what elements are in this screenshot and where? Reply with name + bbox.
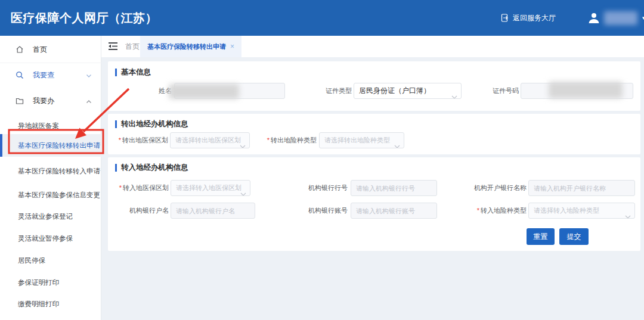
sidebar-subitem-flexible-pause[interactable]: 灵活就业暂停参保 bbox=[0, 232, 101, 244]
tab-home[interactable]: 首页 bbox=[125, 36, 140, 57]
account-no-input[interactable] bbox=[351, 203, 437, 219]
sidebar-subitem-flexible-register[interactable]: 灵活就业参保登记 bbox=[0, 210, 101, 222]
user-name-redacted bbox=[604, 11, 637, 25]
select-chevron-icon bbox=[240, 139, 246, 148]
in-type-select[interactable]: 请选择转入地险种类型 bbox=[528, 203, 635, 219]
avatar-icon bbox=[587, 11, 600, 24]
sidebar-subitem-transfer-in[interactable]: 基本医疗保险转移转入申请 bbox=[0, 165, 101, 177]
app-header: 医疗保障个人网厅（江苏） 返回服务大厅 ▾ bbox=[0, 0, 644, 36]
chevron-down-icon bbox=[86, 70, 92, 80]
sidebar-subitem-resident-stop[interactable]: 居民停保 bbox=[0, 254, 101, 266]
sidebar-subitem-payment-print[interactable]: 缴费明细打印 bbox=[0, 298, 101, 310]
return-hall-button[interactable]: 返回服务大厅 bbox=[501, 0, 556, 36]
select-chevron-icon bbox=[240, 187, 246, 196]
tab-transfer-out[interactable]: 基本医疗保险转移转出申请 × bbox=[140, 36, 242, 57]
in-region-select[interactable]: 请选择转入地医保区划 bbox=[171, 180, 250, 196]
section-accent-bar bbox=[115, 120, 117, 128]
sidebar-subitem-transfer-out[interactable]: 基本医疗保险转移转出申请 bbox=[0, 139, 101, 151]
sidebar-item-home[interactable]: 首页 bbox=[0, 43, 101, 56]
select-chevron-icon bbox=[625, 209, 631, 219]
chevron-up-icon bbox=[86, 95, 92, 106]
out-region-select[interactable]: 请选择转出地医保区划 bbox=[170, 132, 250, 148]
sidebar-divider bbox=[0, 63, 101, 63]
sidebar-item-label: 我要办 bbox=[33, 96, 54, 106]
close-icon[interactable]: × bbox=[230, 42, 234, 51]
section-title-in: 转入地经办机构信息 bbox=[115, 163, 188, 173]
in-region-label: *转入地医保区划 bbox=[101, 180, 169, 196]
app-title: 医疗保障个人网厅（江苏） bbox=[11, 0, 157, 36]
user-menu[interactable]: ▾ bbox=[587, 0, 644, 36]
out-region-label: *转出地医保区划 bbox=[101, 132, 168, 148]
account-name-label: 机构银行户名 bbox=[101, 203, 169, 219]
cert-no-redacted bbox=[549, 82, 623, 98]
sidebar-item-apply[interactable]: 我要办 bbox=[0, 94, 101, 107]
sidebar-item-query[interactable]: 我要查 bbox=[0, 69, 101, 82]
tab-label: 基本医疗保险转移转出申请 bbox=[147, 42, 226, 51]
out-type-select[interactable]: 请选择转出地险种类型 bbox=[319, 132, 404, 148]
section-accent-bar bbox=[115, 164, 117, 172]
bank-no-label: 机构银行行号 bbox=[286, 180, 348, 196]
tab-bar: 首页 基本医疗保险转移转出申请 × bbox=[101, 36, 644, 57]
return-document-icon bbox=[501, 14, 509, 22]
bank-name-input[interactable] bbox=[528, 180, 635, 196]
section-title-out: 转出地经办机构信息 bbox=[115, 119, 188, 129]
account-no-label: 机构银行账号 bbox=[286, 203, 348, 219]
folder-icon bbox=[16, 97, 24, 105]
home-icon bbox=[16, 45, 24, 54]
section-accent-bar bbox=[115, 69, 117, 76]
out-type-label: *转出地险种类型 bbox=[250, 132, 317, 148]
cert-type-select[interactable]: 居民身份证（户口簿） bbox=[354, 83, 462, 99]
collapse-menu-icon[interactable] bbox=[108, 42, 118, 53]
in-type-label: *转入地险种类型 bbox=[453, 203, 527, 219]
sidebar-subitem-remote-filing[interactable]: 异地就医备案 bbox=[0, 120, 101, 132]
search-icon bbox=[16, 71, 24, 80]
account-name-input[interactable] bbox=[171, 203, 255, 219]
bank-no-input[interactable] bbox=[351, 180, 437, 196]
cert-type-label: 证件类型 bbox=[292, 83, 352, 99]
section-title-basic: 基本信息 bbox=[115, 67, 151, 77]
bank-name-label: 机构开户银行名称 bbox=[453, 180, 527, 196]
name-redacted bbox=[169, 84, 239, 99]
reset-button[interactable]: 重置 bbox=[527, 228, 555, 245]
select-chevron-icon bbox=[451, 89, 457, 99]
return-hall-label: 返回服务大厅 bbox=[513, 13, 556, 23]
sidebar-subitem-proof-print[interactable]: 参保证明打印 bbox=[0, 276, 101, 288]
select-chevron-icon bbox=[394, 139, 400, 148]
sidebar-item-label: 我要查 bbox=[33, 70, 54, 80]
cert-no-label: 证件号码 bbox=[459, 83, 519, 99]
sidebar-subitem-info-change[interactable]: 基本医疗保险参保信息变更 bbox=[0, 189, 101, 201]
sidebar-item-label: 首页 bbox=[33, 45, 47, 55]
name-label: 姓名 bbox=[113, 83, 172, 99]
sidebar: 首页 我要查 我要办 异地就医备案 基本医疗保险转移转出申请 基本医疗保险转移转… bbox=[0, 36, 101, 320]
submit-button[interactable]: 提交 bbox=[559, 228, 589, 245]
